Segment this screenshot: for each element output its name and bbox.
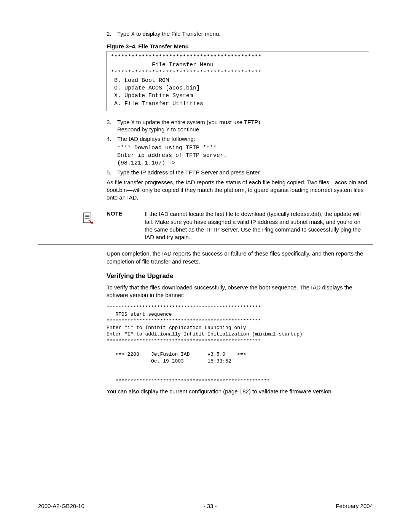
step-number: 3. [107,119,117,133]
verify-after-pre: You can also display the current configu… [107,388,239,395]
note-block: NOTE If the IAD cannot locate the first … [38,207,373,244]
file-transfer-menu-box: ****************************************… [107,51,369,111]
verifying-heading: Verifying the Upgrade [107,272,369,280]
verify-after-post: ) to validate the firmware version. [249,388,333,395]
footer-left: 2000-A2-GB20-10 [38,503,84,509]
completion-paragraph: Upon completion, the IAD reports the suc… [107,250,369,265]
step2-pre: Type [117,30,131,37]
step-number: 4. [107,136,117,142]
footer-center: - 33 - [204,503,217,509]
boot-sequence-block: ****************************************… [107,304,369,385]
step2-key: X [131,31,135,38]
step3-line2-pre: Respond by typing [117,126,166,133]
step-4: 4. The IAD displays the following: [107,136,369,142]
step4-text: The IAD displays the following: [117,136,369,142]
step3-line1-key: X [131,120,135,126]
figure-3-4-caption: Figure 3–4. File Transfer Menu [107,43,369,50]
step3-line2-post: to continue. [169,126,201,133]
verify-after: You can also display the current configu… [107,388,369,395]
note-label: NOTE [107,210,145,241]
step-2: 2. Type X to display the File Transfer m… [107,30,369,38]
step-3: 3. Type X to update the entire system (y… [107,119,369,133]
verify-after-page: 182 [239,388,249,395]
page-footer: 2000-A2-GB20-10 - 33 - February 2004 [38,503,373,509]
step-5: 5. Type the IP address of the TFTP Serve… [107,169,369,176]
progress-paragraph: As file transfer progresses, the IAD rep… [107,179,369,202]
step-number: 5. [107,169,117,176]
step5-text: Type the IP address of the TFTP Server a… [117,169,369,176]
verify-intro: To verify that the files downloaded succ… [107,284,369,299]
step3-line1-post: to update the entire system (you must us… [135,119,262,125]
note-text: If the IAD cannot locate the first file … [145,210,369,241]
step2-post: to display the File Transfer menu. [135,30,221,37]
note-icon [68,210,107,241]
footer-right: February 2004 [336,503,373,509]
step-number: 2. [107,30,117,38]
step3-line1-pre: Type [117,119,131,125]
step4-code: **** Download using TFTP **** Enter ip a… [117,144,369,168]
